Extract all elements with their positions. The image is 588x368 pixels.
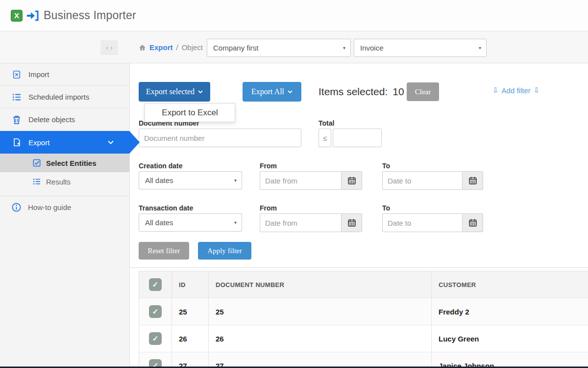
chevron-down-icon [198, 90, 203, 94]
table-header-row: ID DOCUMENT NUMBER CUSTOMER [139, 271, 588, 298]
calendar-icon [469, 219, 477, 227]
chevron-down-icon [288, 90, 293, 94]
calendar-button[interactable] [463, 171, 483, 190]
add-filter-link[interactable]: ⇩ Add filter ⇩ [492, 86, 539, 95]
sidebar-item-label: Scheduled imports [28, 93, 89, 101]
excel-file-icon [12, 70, 22, 79]
sidebar-item-scheduled-imports[interactable]: Scheduled imports [0, 86, 129, 108]
transaction-date-to-input[interactable] [382, 213, 463, 232]
cell-customer: Freddy 2 [432, 298, 588, 325]
items-selected-count: 10 [392, 86, 404, 98]
clear-label: Clear [415, 88, 431, 96]
export-all-label: Export All [251, 87, 284, 96]
reset-filter-button[interactable]: Reset filter [139, 242, 189, 260]
creation-date-select[interactable]: All dates ▾ [139, 171, 242, 189]
creation-date-value: All dates [145, 176, 173, 184]
total-input[interactable] [333, 129, 382, 147]
chevron-down-icon [108, 131, 114, 154]
creation-date-label: Creation date [139, 162, 182, 170]
table-row[interactable]: 26 26 Lucy Green [139, 325, 588, 352]
calendar-icon [348, 177, 356, 184]
export-file-icon [12, 137, 22, 147]
down-arrow-icon: ⇩ [492, 86, 499, 95]
cell-customer: Janice Johnson [432, 352, 588, 368]
entity-select-value: Invoice [360, 44, 384, 52]
cell-document-number: 25 [209, 298, 432, 325]
table-row[interactable]: 27 27 Janice Johnson [139, 352, 588, 368]
sidebar-item-label: How-to guide [28, 203, 71, 211]
select-all-checkbox[interactable] [149, 278, 162, 291]
sidebar-item-howto-guide[interactable]: How-to guide [0, 196, 129, 218]
clear-button[interactable]: Clear [407, 82, 439, 101]
dropdown-arrow-icon: ▾ [234, 214, 237, 231]
breadcrumb: Export / Object [139, 31, 203, 63]
column-header-customer: CUSTOMER [432, 271, 588, 298]
chevron-right-icon: › [110, 44, 113, 52]
add-filter-label: Add filter [502, 86, 531, 95]
sidebar-subitem-label: Select Entities [46, 159, 97, 167]
info-icon [12, 203, 21, 212]
breadcrumb-separator: / [176, 43, 178, 52]
items-selected-status: Items selected: 10 [318, 82, 404, 102]
creation-to-label: To [382, 162, 390, 170]
calendar-button[interactable] [342, 171, 362, 190]
down-arrow-icon: ⇩ [534, 86, 540, 95]
company-select[interactable]: Company first ▾ [207, 39, 351, 57]
calendar-button[interactable] [342, 213, 362, 232]
export-selected-label: Export selected [146, 87, 195, 96]
chevron-left-icon: ‹ [106, 44, 108, 52]
trash-icon [12, 115, 22, 125]
sidebar-item-import[interactable]: Import [0, 63, 129, 86]
creation-date-from-input[interactable] [260, 171, 342, 190]
results-table: ID DOCUMENT NUMBER CUSTOMER 25 25 Freddy… [139, 271, 588, 368]
breadcrumb-current: Object [182, 43, 203, 52]
cell-document-number: 26 [209, 325, 432, 352]
table-row[interactable]: 25 25 Freddy 2 [139, 298, 588, 325]
app-logo: X [11, 10, 39, 22]
business-importer-app: X Business Importer ‹ › Export / Object [0, 0, 588, 368]
apply-filter-button[interactable]: Apply filter [198, 242, 251, 260]
transaction-date-value: All dates [145, 218, 173, 227]
company-select-value: Company first [213, 44, 259, 52]
creation-date-to-input[interactable] [382, 171, 463, 190]
cell-id: 27 [172, 352, 209, 368]
row-checkbox[interactable] [149, 305, 162, 318]
import-arrow-icon [26, 10, 39, 22]
transaction-from-label: From [260, 204, 277, 212]
sidebar-item-delete-objects[interactable]: Delete objects [0, 108, 129, 131]
sidebar-item-export[interactable]: Export [0, 131, 129, 154]
section-divider [130, 267, 588, 268]
sidebar-item-label: Export [28, 138, 49, 147]
transaction-to-label: To [382, 204, 390, 212]
app-title: Business Importer [44, 9, 136, 22]
sidebar: Import Scheduled imports Delete objects … [0, 63, 130, 368]
row-checkbox[interactable] [149, 332, 162, 345]
export-all-button[interactable]: Export All [243, 82, 301, 102]
transaction-date-label: Transaction date [139, 204, 193, 212]
calendar-button[interactable] [463, 213, 483, 232]
excel-icon: X [11, 10, 23, 22]
total-label: Total [318, 119, 334, 127]
export-selected-button[interactable]: Export selected [139, 82, 210, 102]
calendar-icon [469, 177, 477, 184]
column-header-id: ID [172, 271, 209, 298]
dropdown-arrow-icon: ▾ [234, 172, 237, 189]
transaction-date-select[interactable]: All dates ▾ [139, 213, 242, 232]
cell-document-number: 27 [209, 352, 432, 368]
total-operator[interactable]: ≤ [318, 129, 331, 147]
breadcrumb-link-export[interactable]: Export [149, 43, 173, 52]
items-selected-label: Items selected: [318, 86, 388, 98]
cell-id: 25 [172, 298, 209, 325]
reset-filter-label: Reset filter [147, 247, 180, 255]
main-content: Export selected Export All Items selecte… [130, 63, 588, 368]
column-header-document-number: DOCUMENT NUMBER [209, 271, 432, 298]
sidebar-subitem-select-entities[interactable]: Select Entities [0, 154, 129, 172]
entity-select[interactable]: Invoice ▾ [354, 39, 487, 57]
menu-item-export-to-excel[interactable]: Export to Excel [145, 104, 235, 122]
sidebar-subitem-results[interactable]: Results [0, 172, 129, 191]
document-number-input[interactable] [139, 129, 301, 147]
sidebar-collapse-toggle[interactable]: ‹ › [100, 40, 118, 55]
sidebar-subitem-label: Results [46, 178, 71, 186]
transaction-date-from-input[interactable] [260, 213, 342, 232]
top-header: X Business Importer [0, 0, 588, 31]
